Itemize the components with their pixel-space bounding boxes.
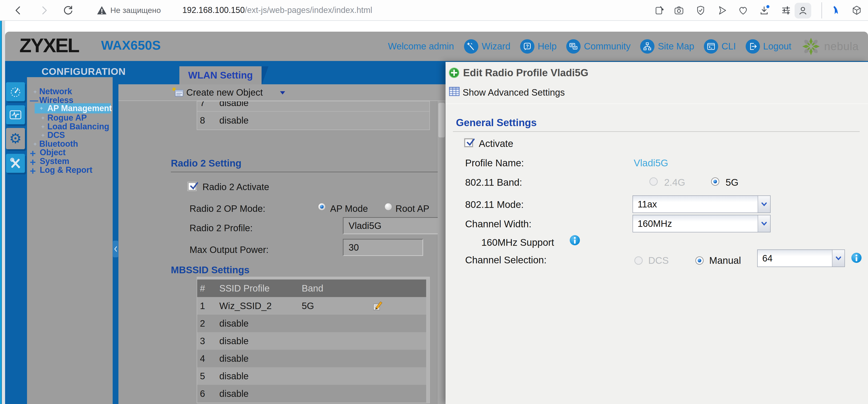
- nav-wizard[interactable]: Wizard: [464, 39, 510, 54]
- table-inner-strip: [426, 280, 429, 403]
- welcome-text: Welcome admin: [388, 41, 454, 52]
- reload-icon[interactable]: [63, 5, 73, 16]
- channel-width-select[interactable]: 160MHz: [632, 215, 771, 232]
- expand-marker-icon[interactable]: +: [33, 141, 37, 147]
- ap-mode-radio[interactable]: [318, 203, 326, 211]
- sidebar-item-log-report[interactable]: Log & Report: [40, 165, 92, 175]
- root-ap-radio[interactable]: [384, 203, 393, 211]
- band-2g4-radio[interactable]: [649, 177, 658, 186]
- rail-dashboard-icon[interactable]: [6, 82, 25, 101]
- scrolled-table: 7 disable 8 disable: [197, 101, 430, 130]
- zyxel-logo: ZYXEL: [20, 34, 79, 56]
- sidebar-item-network[interactable]: Network: [39, 87, 72, 96]
- nav-logout[interactable]: Logout: [746, 39, 792, 54]
- rail-maintenance-icon[interactable]: [6, 154, 25, 173]
- sidebar-item-rogue-ap[interactable]: Rogue AP: [47, 113, 87, 122]
- sidebar-item-ap-management[interactable]: + AP Management: [35, 103, 111, 113]
- nav-cli[interactable]: CLI: [704, 39, 736, 54]
- protect-shield-icon[interactable]: [695, 5, 706, 16]
- edit-pencil-icon[interactable]: [372, 300, 383, 311]
- rail-configuration-icon[interactable]: ⚙: [6, 128, 25, 149]
- url-bar[interactable]: 192.168.100.150/ext-js/web-pages/index/i…: [182, 0, 372, 20]
- mbssid-row[interactable]: 6 disable: [197, 385, 429, 402]
- info-icon[interactable]: [570, 235, 580, 245]
- table-row[interactable]: 8 disable: [197, 112, 429, 129]
- mbssid-row[interactable]: 5 disable: [197, 367, 429, 385]
- sidebar-item-load-balancing[interactable]: Load Balancing: [47, 122, 109, 131]
- chevron-down-icon: [758, 215, 770, 232]
- scrollbar-thumb[interactable]: [438, 103, 445, 138]
- mbssid-table-header: # SSID Profile Band: [197, 280, 429, 297]
- activate-checkbox[interactable]: [464, 139, 473, 147]
- channel-select[interactable]: 64: [757, 250, 845, 267]
- expand-marker-icon[interactable]: +: [33, 89, 37, 95]
- downloads-icon[interactable]: [759, 5, 770, 16]
- show-advanced-toggle[interactable]: Show Advanced Settings: [463, 87, 565, 98]
- sidebar-item-object[interactable]: Object: [40, 148, 66, 157]
- security-label[interactable]: Не защищено: [110, 0, 161, 20]
- settings-tune-icon[interactable]: [781, 5, 792, 16]
- create-object-toolbar: Create new Object: [118, 84, 445, 101]
- sidebar-item-bluetooth[interactable]: Bluetooth: [39, 139, 78, 148]
- section-divider: [171, 172, 445, 172]
- table-top-strip: [197, 277, 429, 280]
- expand-plus-icon[interactable]: +: [30, 165, 36, 177]
- security-warning-icon[interactable]: [96, 5, 107, 16]
- mode-select[interactable]: 11ax: [632, 195, 771, 213]
- url-host: 192.168.100.150: [182, 5, 245, 15]
- forward-icon[interactable]: [39, 5, 50, 16]
- mbssid-row[interactable]: 4 disable: [197, 350, 429, 367]
- activate-label: Activate: [479, 138, 513, 149]
- mbssid-row[interactable]: 3 disable: [197, 332, 429, 350]
- mbssid-row[interactable]: 2 disable: [197, 315, 429, 332]
- leaf-marker-icon: +: [40, 105, 43, 112]
- dcs-radio[interactable]: [634, 256, 643, 265]
- browser-profile-button[interactable]: [795, 3, 811, 19]
- section-underline: [453, 131, 860, 132]
- table-row[interactable]: 7 disable: [197, 101, 429, 112]
- screenshot-camera-icon[interactable]: [674, 5, 684, 16]
- profile-name-value[interactable]: Vladi5G: [634, 157, 668, 169]
- band-5g-radio[interactable]: [711, 177, 719, 186]
- dialog-title: Edit Radio Profile Vladi5G: [463, 67, 588, 79]
- show-advanced-icon[interactable]: [449, 86, 460, 96]
- nebula-logo[interactable]: nebula: [801, 36, 859, 56]
- extension-ribbon-icon[interactable]: [830, 5, 841, 16]
- chevron-left-icon: [114, 246, 118, 252]
- dropdown-caret-icon[interactable]: [280, 91, 285, 94]
- rail-monitor-icon[interactable]: [6, 105, 25, 124]
- dcs-label: DCS: [648, 255, 669, 266]
- gear-icon: ⚙: [9, 132, 22, 146]
- info-icon[interactable]: [851, 253, 862, 263]
- nav-community[interactable]: Community: [566, 39, 630, 54]
- nebula-pinwheel-icon: [801, 36, 821, 56]
- favorites-heart-icon[interactable]: [738, 5, 748, 16]
- toolbar-divider: [822, 2, 822, 19]
- sidebar-collapse-button[interactable]: [113, 241, 118, 257]
- mbssid-row[interactable]: 1 Wiz_SSID_2 5G: [197, 297, 429, 315]
- radio2-profile-input[interactable]: Vladi5G: [343, 217, 445, 234]
- collections-icon[interactable]: [654, 5, 665, 16]
- window-edge-strip: [0, 2, 2, 404]
- extension-cube-icon[interactable]: [851, 5, 862, 16]
- help-icon: ?: [520, 39, 534, 54]
- nav-sitemap[interactable]: Site Map: [640, 39, 694, 54]
- tab-wlan-setting[interactable]: WLAN Setting: [179, 66, 261, 84]
- logout-icon: [746, 39, 760, 54]
- mbssid-table: # SSID Profile Band 1 Wiz_SSID_2 5G 2 di…: [197, 277, 430, 403]
- create-object-icon[interactable]: [172, 87, 184, 98]
- max-power-input[interactable]: 30: [343, 239, 423, 256]
- sidebar-item-dcs[interactable]: DCS: [47, 131, 65, 140]
- radio2-activate-checkbox[interactable]: [188, 182, 196, 191]
- chevron-down-icon: [758, 196, 770, 212]
- manual-radio[interactable]: [695, 256, 704, 265]
- back-icon[interactable]: [13, 5, 24, 16]
- leaf-marker-icon: +: [41, 132, 44, 139]
- share-send-icon[interactable]: [717, 5, 727, 16]
- profile-name-label: Profile Name:: [465, 157, 524, 169]
- panel-scrollbar[interactable]: [438, 101, 445, 404]
- community-icon: [566, 39, 581, 54]
- sidebar-item-system[interactable]: System: [40, 156, 69, 166]
- nav-help[interactable]: ? Help: [520, 39, 557, 54]
- create-new-object-button[interactable]: Create new Object: [186, 84, 263, 100]
